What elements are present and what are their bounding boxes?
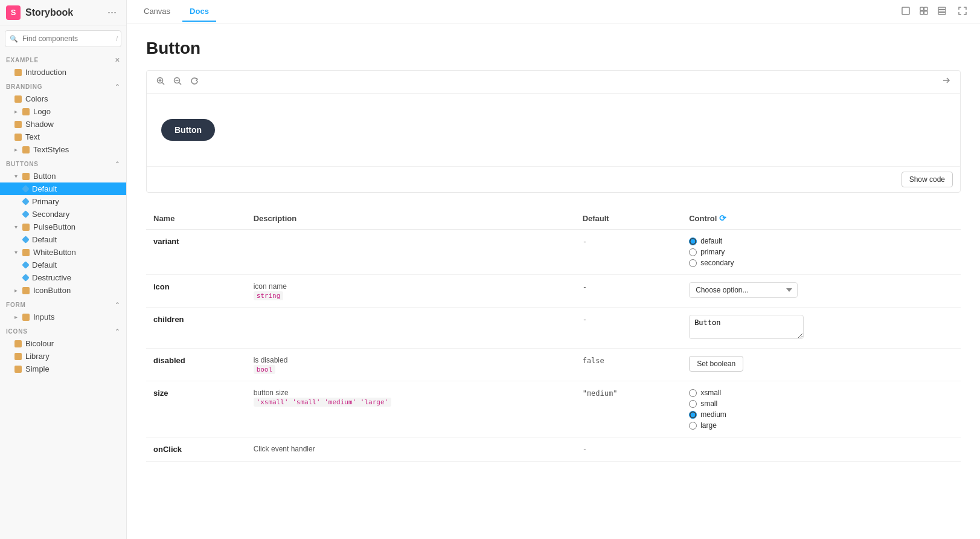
sidebar-item-label: Colors [25,94,48,103]
section-chevron-icon: ⌃ [115,302,120,308]
sidebar-item-simple[interactable]: Simple [0,363,126,375]
children-textarea[interactable]: Button [689,315,804,339]
sidebar-item-button[interactable]: ▾ Button [0,170,126,182]
tab-docs[interactable]: Docs [182,2,216,22]
show-code-button[interactable]: Show code [902,172,953,187]
chevron-icon: ▸ [14,146,18,153]
sidebar-item-whitebutton[interactable]: ▾ WhiteButton [0,246,126,259]
sidebar-item-introduction[interactable]: Introduction [0,66,126,79]
sidebar-item-destructive[interactable]: Destructive [0,271,126,284]
nav-section-icons: ICONS ⌃ Bicolour Library Simple [0,326,126,375]
view-list-icon[interactable] [934,4,950,19]
size-radio-small[interactable]: small [689,399,953,408]
zoom-in-button[interactable] [154,76,167,88]
prop-name: variant [153,237,179,246]
view-grid-icon[interactable] [916,4,932,19]
preview-toolbar [147,71,960,94]
size-radio-input-xsmall[interactable] [689,389,697,397]
sidebar-item-library[interactable]: Library [0,350,126,363]
icon-select[interactable]: Choose option... [689,282,798,298]
sidebar-item-primary[interactable]: Primary [0,195,126,208]
chevron-icon: ▾ [14,224,18,230]
size-radio-input-small[interactable] [689,400,697,408]
destructive-icon [22,274,30,282]
variant-radio-primary[interactable]: primary [689,248,953,256]
col-header-control: Control ⟳ [682,207,961,230]
variant-radio-input-primary[interactable] [689,248,697,256]
share-button[interactable] [940,76,953,88]
set-boolean-button[interactable]: Set boolean [689,356,743,372]
prop-default: - [583,237,587,246]
svg-rect-5 [938,7,946,10]
size-radio-medium[interactable]: medium [689,410,953,419]
sidebar-item-label: Default [32,260,57,270]
sidebar-item-text[interactable]: Text [0,131,126,143]
prop-description: Click event handler [254,445,568,453]
preview-box: Button Show code [146,70,961,193]
zoom-reset-button[interactable] [188,76,201,88]
prop-desc-cell [246,230,575,275]
table-row: variant - default primary [146,230,961,275]
variant-radio-input-secondary[interactable] [689,259,697,267]
prop-name: size [153,389,168,398]
size-radio-input-large[interactable] [689,422,697,430]
sidebar-item-colors[interactable]: Colors [0,92,126,105]
tab-canvas[interactable]: Canvas [136,2,178,22]
sidebar: S Storybook ··· 🔍 / EXAMPLE ✕ Introducti… [0,0,127,539]
nav-section-header-icons[interactable]: ICONS ⌃ [0,326,126,337]
size-radio-xsmall[interactable]: xsmall [689,389,953,397]
variant-radio-input-default[interactable] [689,237,697,245]
sidebar-item-bicolour[interactable]: Bicolour [0,337,126,350]
prop-default: "medium" [583,389,618,398]
sidebar-item-textstyles[interactable]: ▸ TextStyles [0,143,126,156]
sidebar-item-label: Default [32,235,57,244]
nav-section-header-example[interactable]: EXAMPLE ✕ [0,54,126,66]
bicolour-icon [14,340,22,347]
nav-section-header-branding[interactable]: BRANDING ⌃ [0,81,126,92]
sidebar-item-whitebutton-default[interactable]: Default [0,259,126,271]
table-row: children - Button [146,308,961,349]
chevron-icon: ▸ [14,314,18,320]
tabs-icons [898,4,950,19]
default-icon [22,185,30,193]
search-icon: 🔍 [10,35,18,43]
reset-controls-icon[interactable]: ⟳ [719,213,726,223]
nav-section-header-form[interactable]: FORM ⌃ [0,299,126,311]
table-row: size button size 'xsmall' 'small' 'mediu… [146,381,961,437]
prop-description: button size [254,389,568,397]
icon-button-icon [22,287,30,294]
variant-radio-default[interactable]: default [689,237,953,245]
size-radio-large[interactable]: large [689,421,953,430]
sidebar-item-inputs[interactable]: ▸ Inputs [0,311,126,323]
zoom-out-button[interactable] [171,76,184,88]
content-area: Button [127,24,980,539]
sidebar-item-secondary[interactable]: Secondary [0,208,126,221]
svg-rect-6 [938,10,946,12]
sidebar-item-logo[interactable]: ▸ Logo [0,105,126,118]
section-collapse-icon: ✕ [115,57,120,63]
size-radio-input-medium[interactable] [689,411,697,419]
sidebar-item-pulsebutton[interactable]: ▾ PulseButton [0,221,126,233]
sidebar-item-pulsebutton-default[interactable]: Default [0,233,126,246]
sidebar-item-shadow[interactable]: Shadow [0,118,126,131]
sidebar-item-label: Button [33,172,56,181]
nav-section-header-buttons[interactable]: BUTTONS ⌃ [0,158,126,170]
sidebar-item-iconbutton[interactable]: ▸ IconButton [0,284,126,297]
sidebar-item-label: Secondary [32,210,69,219]
sidebar-more-button[interactable]: ··· [104,5,120,20]
prop-name: children [153,315,184,324]
variant-radio-secondary[interactable]: secondary [689,259,953,267]
view-single-icon[interactable] [898,4,914,19]
fullscreen-button[interactable] [955,4,970,19]
preview-content: Button [147,94,960,166]
textstyles-icon [22,146,30,153]
prop-desc-cell: icon name string [246,275,575,308]
sidebar-item-default[interactable]: Default [0,182,126,195]
sidebar-item-label: PulseButton [33,222,75,231]
demo-button[interactable]: Button [161,119,215,141]
page-title: Button [146,39,961,58]
sidebar-item-label: Logo [33,107,51,116]
prop-name: disabled [153,356,185,365]
search-input[interactable] [5,30,121,47]
sidebar-item-label: Text [25,132,40,141]
